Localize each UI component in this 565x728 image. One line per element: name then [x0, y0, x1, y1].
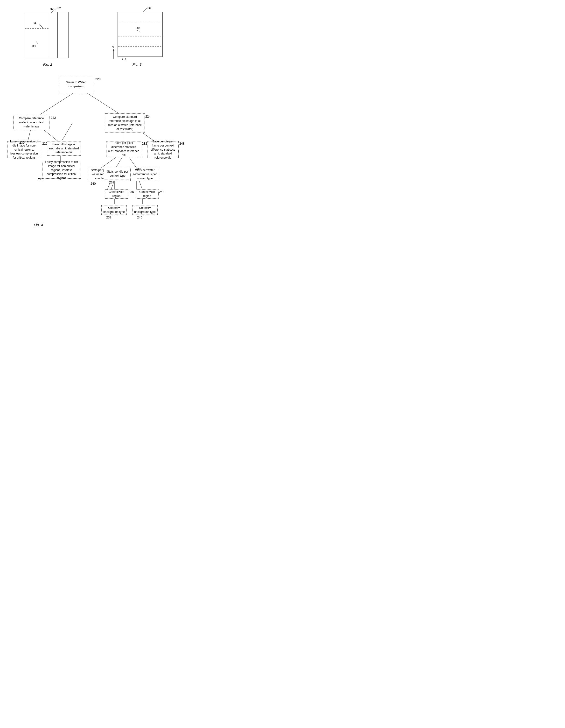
ref-224: 224 — [145, 115, 151, 118]
svg-line-4 — [36, 41, 38, 44]
ref-232: 232 — [142, 142, 147, 145]
flowchart-section: Wafer to Wafer comparison 220 Compare re… — [5, 74, 183, 228]
fig3-block: 36 40 Y X — [109, 7, 165, 66]
svg-line-16 — [136, 30, 140, 31]
ref-222: 222 — [51, 116, 56, 119]
svg-marker-19 — [113, 49, 114, 51]
box-248: Save per die per frame per context diffe… — [147, 141, 179, 158]
box-238: Context= background type — [101, 205, 127, 215]
ref-244: 244 — [159, 190, 164, 194]
top-figures: 32 32 34 38 — [5, 7, 183, 66]
svg-line-35 — [128, 156, 136, 168]
ref-236: 236 — [129, 190, 134, 194]
svg-line-10 — [143, 8, 147, 12]
ref-238: 238 — [106, 216, 112, 219]
box-234: Stats per die per context type — [104, 168, 132, 180]
svg-text:32: 32 — [57, 6, 61, 10]
box-244: Context=die region — [136, 189, 159, 199]
svg-line-33 — [116, 156, 123, 168]
ref-228: 228 — [38, 177, 43, 181]
box-246: Context= background type — [132, 205, 158, 215]
box-224: Compare standard reference die image to … — [105, 113, 145, 133]
ref-226: 226 — [42, 142, 48, 145]
ref-246: 246 — [137, 216, 142, 219]
svg-marker-22 — [122, 58, 124, 60]
svg-line-34 — [101, 156, 118, 168]
box-232: Save per pixel difference statistics w.r… — [106, 141, 141, 157]
fig2-arrows: 32 34 38 — [24, 7, 72, 60]
fig4-label: Fig. 4 — [34, 223, 43, 227]
svg-text:40: 40 — [137, 26, 140, 30]
box-226: Save diff image of each die w.r.t. stand… — [47, 141, 81, 156]
box-222: Compare reference wafer image to test wa… — [13, 115, 49, 130]
flowchart: Wafer to Wafer comparison 220 Compare re… — [5, 74, 179, 228]
box-220: Wafer to Wafer comparison — [58, 76, 94, 93]
ref-242: 242 — [136, 167, 141, 171]
box-236: Context=die region — [105, 189, 128, 199]
fig2-block: 32 32 34 38 — [24, 7, 72, 66]
svg-text:Y: Y — [112, 45, 114, 49]
page: 32 32 34 38 — [5, 7, 183, 228]
svg-line-2 — [39, 25, 43, 28]
svg-text:34: 34 — [33, 21, 36, 25]
svg-text:38: 38 — [32, 44, 35, 48]
fig3-diagram: 36 40 Y X — [109, 7, 165, 60]
ref-220: 220 — [95, 77, 101, 81]
svg-line-39 — [139, 180, 142, 189]
ref-234: 234 — [109, 181, 114, 184]
svg-rect-12 — [118, 12, 162, 57]
box-228: Lossy compression of diff image for non-… — [42, 162, 81, 179]
svg-text:X: X — [125, 57, 127, 61]
fig3-arrows: 36 40 Y X — [109, 7, 167, 65]
svg-line-25 — [87, 93, 121, 115]
svg-line-24 — [40, 93, 74, 115]
ref-230: 230 — [19, 141, 25, 144]
svg-text:36: 36 — [147, 6, 151, 10]
svg-rect-6 — [25, 12, 68, 58]
ref-240: 240 — [91, 182, 96, 185]
box-242: Stats per wafer sector/annulus per conte… — [130, 168, 159, 181]
fig2-label: Fig. 2 — [43, 62, 52, 66]
ref-248: 248 — [179, 142, 185, 145]
svg-line-32 — [62, 123, 72, 141]
fig2-diagram: 32 32 34 38 — [24, 7, 72, 60]
